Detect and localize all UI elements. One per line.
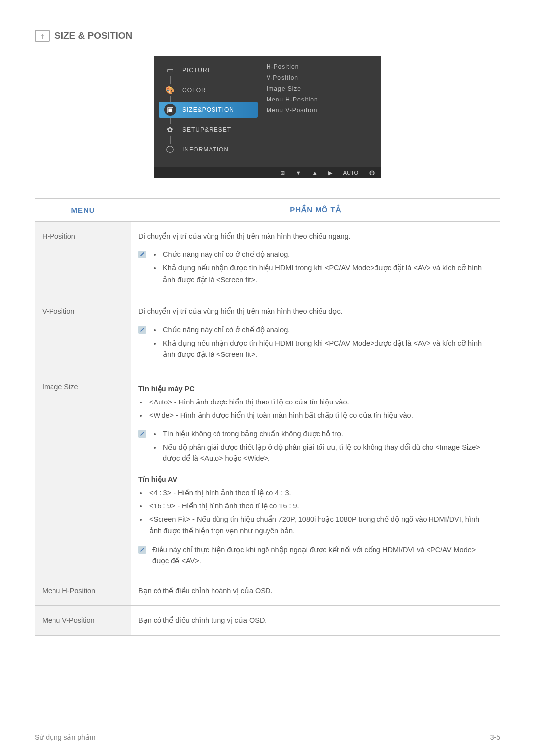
note-icon	[138, 326, 146, 334]
osd-item-information: ⓘ INFORMATION	[159, 142, 258, 157]
footer-right: 3-5	[490, 733, 500, 741]
table-row: H-Position Di chuyển vị trí của vùng hiể…	[35, 222, 500, 297]
osd-item-setupreset: ✿ SETUP&RESET	[159, 122, 258, 138]
size-icon: ▣	[164, 104, 176, 116]
table-row: V-Position Di chuyển vị trí của vùng hiể…	[35, 297, 500, 372]
osd-footer: ⊠ ▼ ▲ ▶ AUTO ⏻	[154, 167, 381, 178]
footer-left: Sử dụng sản phẩm	[35, 733, 95, 741]
menu-cell: Menu H-Position	[35, 576, 131, 605]
desc-cell: Bạn có thể điều chỉnh hoành vị của OSD.	[131, 576, 500, 605]
menu-cell: H-Position	[35, 222, 131, 297]
desc-cell: Bạn có thể điều chỉnh tung vị của OSD.	[131, 606, 500, 636]
menu-cell: Menu V-Position	[35, 606, 131, 636]
osd-item-color: 🎨 COLOR	[159, 82, 258, 98]
picture-icon: ▭	[164, 64, 176, 76]
osd-sub-item: Menu H-Position	[267, 96, 376, 103]
osd-sub-item: Image Size	[267, 85, 376, 92]
table-row: Menu H-Position Bạn có thể điều chỉnh ho…	[35, 576, 500, 605]
page-footer: Sử dụng sản phẩm 3-5	[35, 727, 500, 741]
section-title-text: SIZE & POSITION	[54, 30, 132, 41]
color-icon: 🎨	[164, 84, 176, 96]
power-icon: ⏻	[369, 170, 374, 176]
osd-screenshot: ▭ PICTURE 🎨 COLOR ▣ SIZE&POSITION ✿ SETU…	[154, 56, 381, 178]
up-icon: ▲	[312, 170, 318, 176]
enter-icon: ▶	[328, 170, 332, 176]
section-title: ·|· SIZE & POSITION	[35, 30, 500, 42]
osd-item-sizeposition: ▣ SIZE&POSITION	[159, 102, 258, 118]
info-icon: ⓘ	[164, 144, 176, 155]
table-row: Menu V-Position Bạn có thể điều chỉnh tu…	[35, 606, 500, 636]
osd-sub-item: V-Position	[267, 74, 376, 81]
menu-cell: V-Position	[35, 297, 131, 372]
auto-label: AUTO	[343, 170, 358, 176]
osd-sub-item: H-Position	[267, 63, 376, 70]
note-icon	[138, 251, 146, 258]
osd-item-picture: ▭ PICTURE	[159, 62, 258, 78]
size-position-icon: ·|·	[35, 30, 50, 42]
setup-icon: ✿	[164, 124, 176, 136]
table-header-menu: MENU	[35, 199, 131, 222]
desc-cell: Di chuyển vị trí của vùng hiển thị trên …	[131, 222, 500, 297]
note-icon	[138, 546, 146, 554]
table-header-desc: PHẦN MÔ TẢ	[131, 199, 500, 222]
osd-right-submenu: H-Position V-Position Image Size Menu H-…	[258, 62, 376, 157]
down-icon: ▼	[296, 170, 301, 176]
desc-cell: Di chuyển vị trí của vùng hiển thị trên …	[131, 297, 500, 372]
osd-sub-item: Menu V-Position	[267, 107, 376, 114]
description-table: MENU PHẦN MÔ TẢ H-Position Di chuyển vị …	[35, 198, 500, 636]
note-icon	[138, 430, 146, 438]
close-icon: ⊠	[280, 170, 285, 176]
desc-cell: Tín hiệu máy PC <Auto> - Hình ảnh được h…	[131, 372, 500, 576]
menu-cell: Image Size	[35, 372, 131, 576]
table-row: Image Size Tín hiệu máy PC <Auto> - Hình…	[35, 372, 500, 576]
osd-left-menu: ▭ PICTURE 🎨 COLOR ▣ SIZE&POSITION ✿ SETU…	[159, 62, 258, 157]
